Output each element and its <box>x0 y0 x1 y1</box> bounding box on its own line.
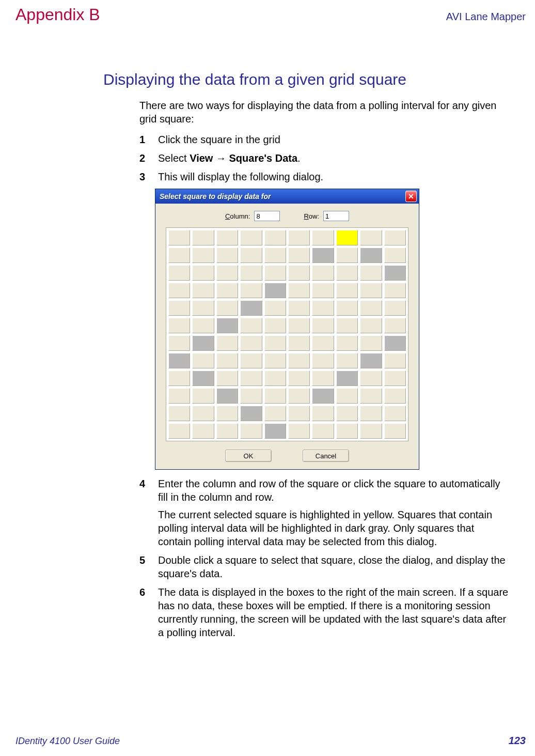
grid-cell[interactable] <box>360 388 382 404</box>
grid-cell[interactable] <box>216 300 238 316</box>
grid-cell[interactable] <box>360 406 382 421</box>
grid-cell[interactable] <box>192 300 214 316</box>
grid-cell[interactable] <box>264 230 286 245</box>
grid-cell[interactable] <box>288 423 310 439</box>
grid-cell[interactable] <box>264 335 286 351</box>
grid-cell[interactable] <box>288 388 310 404</box>
grid-cell[interactable] <box>216 265 238 281</box>
grid-cell[interactable] <box>240 283 262 298</box>
grid-cell[interactable] <box>192 265 214 281</box>
grid-cell[interactable] <box>168 283 190 298</box>
ok-button[interactable]: OK <box>225 450 272 462</box>
grid-cell[interactable] <box>192 371 214 386</box>
grid-cell[interactable] <box>264 318 286 333</box>
grid-cell[interactable] <box>168 353 190 368</box>
grid-cell[interactable] <box>336 283 358 298</box>
grid-cell[interactable] <box>360 283 382 298</box>
grid-cell[interactable] <box>336 335 358 351</box>
grid-cell[interactable] <box>360 300 382 316</box>
grid-cell[interactable] <box>384 406 406 421</box>
grid-cell[interactable] <box>384 248 406 263</box>
grid-cell[interactable] <box>240 353 262 368</box>
grid-cell[interactable] <box>288 371 310 386</box>
grid-cell[interactable] <box>312 283 334 298</box>
column-input[interactable] <box>254 211 280 221</box>
grid-cell[interactable] <box>288 353 310 368</box>
grid-cell[interactable] <box>168 300 190 316</box>
grid-cell[interactable] <box>336 230 358 245</box>
grid-cell[interactable] <box>288 265 310 281</box>
grid-cell[interactable] <box>312 248 334 263</box>
grid-cell[interactable] <box>168 406 190 421</box>
grid-cell[interactable] <box>264 265 286 281</box>
close-button[interactable]: ✕ <box>405 191 417 202</box>
grid-cell[interactable] <box>240 300 262 316</box>
grid-cell[interactable] <box>312 388 334 404</box>
grid-cell[interactable] <box>312 371 334 386</box>
grid-cell[interactable] <box>288 283 310 298</box>
grid-cell[interactable] <box>336 423 358 439</box>
grid-cell[interactable] <box>192 353 214 368</box>
grid-cell[interactable] <box>384 265 406 281</box>
grid-cell[interactable] <box>384 230 406 245</box>
grid-cell[interactable] <box>216 406 238 421</box>
grid-cell[interactable] <box>336 248 358 263</box>
grid-cell[interactable] <box>264 248 286 263</box>
grid-cell[interactable] <box>312 423 334 439</box>
grid-cell[interactable] <box>264 300 286 316</box>
grid-cell[interactable] <box>240 371 262 386</box>
grid-cell[interactable] <box>264 371 286 386</box>
grid-cell[interactable] <box>216 353 238 368</box>
grid-cell[interactable] <box>360 335 382 351</box>
grid-cell[interactable] <box>216 248 238 263</box>
row-input[interactable] <box>323 211 349 221</box>
grid-cell[interactable] <box>288 318 310 333</box>
grid-cell[interactable] <box>168 230 190 245</box>
grid-cell[interactable] <box>216 230 238 245</box>
grid-cell[interactable] <box>312 406 334 421</box>
grid-cell[interactable] <box>288 300 310 316</box>
grid-cell[interactable] <box>384 318 406 333</box>
grid-cell[interactable] <box>168 388 190 404</box>
grid-cell[interactable] <box>216 318 238 333</box>
grid-cell[interactable] <box>264 423 286 439</box>
grid-cell[interactable] <box>264 388 286 404</box>
grid-cell[interactable] <box>384 353 406 368</box>
grid-cell[interactable] <box>312 300 334 316</box>
grid-cell[interactable] <box>360 371 382 386</box>
grid-cell[interactable] <box>240 406 262 421</box>
grid-cell[interactable] <box>240 265 262 281</box>
grid-cell[interactable] <box>336 353 358 368</box>
grid-cell[interactable] <box>168 423 190 439</box>
grid-cell[interactable] <box>360 423 382 439</box>
grid-cell[interactable] <box>288 248 310 263</box>
grid-cell[interactable] <box>240 388 262 404</box>
grid-cell[interactable] <box>360 265 382 281</box>
grid-cell[interactable] <box>192 406 214 421</box>
grid-cell[interactable] <box>264 406 286 421</box>
grid-cell[interactable] <box>192 335 214 351</box>
grid-cell[interactable] <box>168 371 190 386</box>
grid-cell[interactable] <box>336 318 358 333</box>
grid-cell[interactable] <box>288 406 310 421</box>
cancel-button[interactable]: Cancel <box>303 450 349 462</box>
grid-cell[interactable] <box>312 353 334 368</box>
grid-cell[interactable] <box>264 283 286 298</box>
grid-cell[interactable] <box>360 230 382 245</box>
grid-cell[interactable] <box>312 335 334 351</box>
grid-cell[interactable] <box>216 423 238 439</box>
grid-cell[interactable] <box>168 265 190 281</box>
grid-cell[interactable] <box>336 300 358 316</box>
grid-cell[interactable] <box>312 318 334 333</box>
grid-cell[interactable] <box>384 300 406 316</box>
grid-cell[interactable] <box>192 423 214 439</box>
grid-cell[interactable] <box>264 353 286 368</box>
grid-cell[interactable] <box>240 423 262 439</box>
grid-cell[interactable] <box>216 388 238 404</box>
grid-cell[interactable] <box>384 335 406 351</box>
grid-cell[interactable] <box>288 230 310 245</box>
grid-cell[interactable] <box>192 388 214 404</box>
grid-cell[interactable] <box>384 371 406 386</box>
grid-cell[interactable] <box>216 283 238 298</box>
grid-cell[interactable] <box>312 265 334 281</box>
